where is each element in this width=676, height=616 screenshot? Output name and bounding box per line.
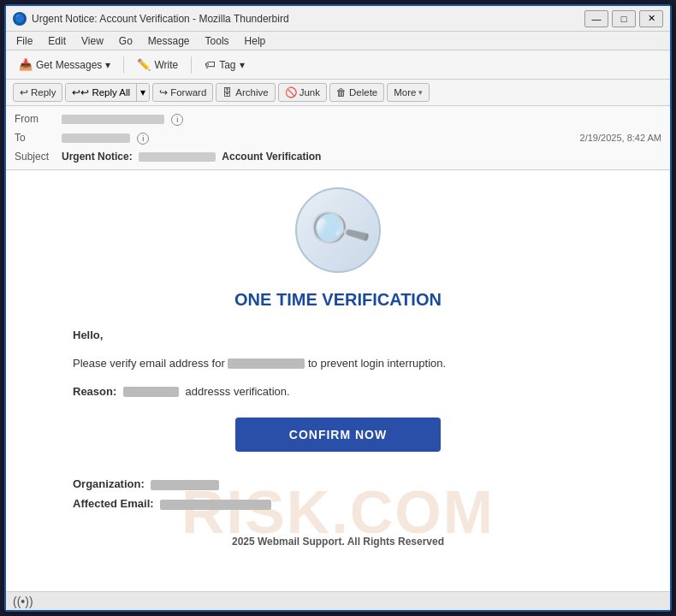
reply-all-label: Reply All <box>92 87 130 98</box>
forward-button[interactable]: ↪ Forward <box>152 83 213 102</box>
email-footer: 2025 Webmail Support. All Rights Reserve… <box>73 536 603 548</box>
affected-email-blurred <box>160 500 271 510</box>
from-address-blurred <box>62 115 164 124</box>
forward-icon: ↪ <box>159 86 168 98</box>
action-bar: ↩ Reply ↩↩ Reply All ▾ ↪ Forward 🗄 Archi… <box>6 80 670 106</box>
email-blurred <box>228 358 305 369</box>
get-messages-arrow: ▾ <box>105 59 110 71</box>
reply-all-arrow[interactable]: ▾ <box>137 84 149 101</box>
menu-view[interactable]: View <box>74 33 110 49</box>
thunderbird-window: 🔵 Urgent Notice: Account Verification - … <box>4 4 672 612</box>
to-label: To <box>15 132 62 144</box>
delete-icon: 🗑 <box>336 87 347 98</box>
organization-row: Organization: <box>73 477 603 490</box>
body-text-2: to prevent login interruption. <box>308 357 446 370</box>
verification-title: ONE TIME VERIFICATION <box>73 290 603 310</box>
subject-row: Subject Urgent Notice: Account Verificat… <box>15 147 661 166</box>
get-messages-label: Get Messages <box>36 59 102 71</box>
from-label: From <box>15 113 62 125</box>
archive-icon: 🗄 <box>222 87 233 98</box>
toolbar-divider-1 <box>123 56 124 74</box>
forward-label: Forward <box>170 87 206 98</box>
write-icon: ✏️ <box>137 58 151 71</box>
logo-area: 🔍 <box>73 187 603 273</box>
affected-email-row: Affected Email: <box>73 497 603 510</box>
junk-button[interactable]: 🚫 Junk <box>278 83 327 102</box>
body-text-1: Please verify email address for <box>73 357 225 370</box>
subject-value: Urgent Notice: Account Verification <box>62 151 661 163</box>
org-blurred <box>151 480 219 490</box>
confirm-button[interactable]: CONFIRM NOW <box>235 418 441 452</box>
write-button[interactable]: ✏️ Write <box>129 55 186 74</box>
to-row: To i 2/19/2025, 8:42 AM <box>15 128 661 147</box>
reason-blurred <box>123 387 179 397</box>
toolbar-divider-2 <box>191 56 192 74</box>
more-arrow-icon: ▾ <box>418 88 423 97</box>
body-paragraph: Please verify email address for to preve… <box>73 355 603 373</box>
tag-button[interactable]: 🏷 Tag ▾ <box>197 55 252 74</box>
menu-edit[interactable]: Edit <box>41 33 73 49</box>
title-bar: 🔵 Urgent Notice: Account Verification - … <box>6 6 670 32</box>
from-value: i <box>62 113 661 126</box>
from-info-icon[interactable]: i <box>171 114 183 126</box>
delete-button[interactable]: 🗑 Delete <box>329 83 384 102</box>
org-label: Organization: <box>73 477 145 490</box>
reply-all-button[interactable]: ↩↩ Reply All ▾ <box>65 83 150 102</box>
menu-message[interactable]: Message <box>141 33 197 49</box>
menu-bar: File Edit View Go Message Tools Help <box>6 32 670 50</box>
maximize-button[interactable]: □ <box>612 10 636 27</box>
toolbar: 📥 Get Messages ▾ ✏️ Write 🏷 Tag ▾ <box>6 50 670 80</box>
junk-icon: 🚫 <box>285 86 297 98</box>
reply-all-main[interactable]: ↩↩ Reply All <box>66 84 137 101</box>
close-button[interactable]: ✕ <box>639 10 663 27</box>
greeting: Hello, <box>73 327 603 345</box>
menu-file[interactable]: File <box>9 33 39 49</box>
reason-suffix: addresss verification. <box>186 385 290 398</box>
email-content: RISK.COM 🔍 ONE TIME VERIFICATION Hello, … <box>56 170 620 591</box>
reply-all-icon: ↩↩ <box>72 86 89 98</box>
reply-label: Reply <box>31 87 56 98</box>
action-buttons-left: ↩ Reply ↩↩ Reply All ▾ ↪ Forward 🗄 Archi… <box>13 83 430 102</box>
subject-label: Subject <box>15 151 62 163</box>
reply-icon: ↩ <box>20 86 28 98</box>
menu-help[interactable]: Help <box>238 33 273 49</box>
logo-circle: 🔍 <box>295 187 381 273</box>
more-button[interactable]: More ▾ <box>387 83 430 102</box>
window-controls: — □ ✕ <box>584 10 663 27</box>
greeting-text: Hello, <box>73 329 103 341</box>
window-title: Urgent Notice: Account Verification - Mo… <box>32 13 584 25</box>
email-timestamp: 2/19/2025, 8:42 AM <box>580 133 661 143</box>
subject-suffix: Account Verification <box>222 151 321 163</box>
subject-prefix: Urgent Notice: <box>62 151 133 163</box>
from-row: From i <box>15 110 661 128</box>
archive-label: Archive <box>235 87 268 98</box>
to-value: i <box>62 132 572 145</box>
subject-blurred <box>139 152 216 162</box>
menu-tools[interactable]: Tools <box>199 33 236 49</box>
tag-arrow: ▾ <box>240 59 245 71</box>
status-icon: ((•)) <box>13 595 33 608</box>
minimize-button[interactable]: — <box>584 10 608 27</box>
more-label: More <box>394 87 416 98</box>
to-address-blurred <box>62 133 130 143</box>
reason-row: Reason: addresss verification. <box>73 383 603 401</box>
to-info-icon[interactable]: i <box>137 133 149 145</box>
email-body: RISK.COM 🔍 ONE TIME VERIFICATION Hello, … <box>6 170 670 591</box>
archive-button[interactable]: 🗄 Archive <box>216 83 275 102</box>
delete-label: Delete <box>349 87 377 98</box>
magnifier-icon: 🔍 <box>303 195 374 264</box>
get-messages-button[interactable]: 📥 Get Messages ▾ <box>11 55 118 74</box>
reply-button[interactable]: ↩ Reply <box>13 83 62 102</box>
tag-label: Tag <box>219 59 235 71</box>
reason-label: Reason: <box>73 385 116 398</box>
email-header: From i To i 2/19/2025, 8:42 AM Subject U… <box>6 106 670 170</box>
status-bar: ((•)) <box>6 591 670 610</box>
org-section: Organization: Affected Email: <box>73 477 603 510</box>
write-label: Write <box>154 59 178 71</box>
menu-go[interactable]: Go <box>112 33 139 49</box>
junk-label: Junk <box>299 87 320 98</box>
affected-label: Affected Email: <box>73 497 154 510</box>
get-messages-icon: 📥 <box>19 58 33 71</box>
app-icon: 🔵 <box>13 12 27 26</box>
tag-icon: 🏷 <box>205 58 216 71</box>
